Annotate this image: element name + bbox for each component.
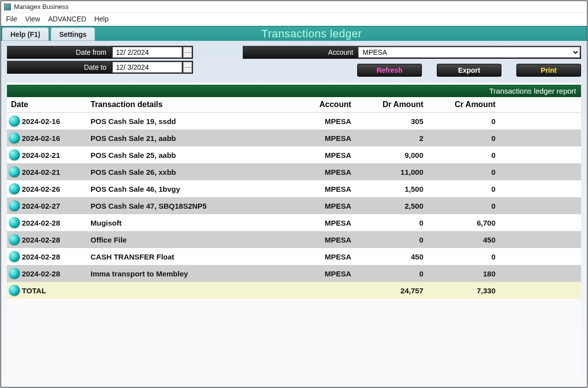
table-row[interactable]: 2024-02-28Office FileMPESA0450 xyxy=(7,231,581,248)
menu-help[interactable]: Help xyxy=(94,15,108,23)
content: Date from ▲▼ Date to ▲▼ Account MPESA xyxy=(1,41,587,387)
titlebar: Managex Business xyxy=(1,1,587,13)
menu-view[interactable]: View xyxy=(25,15,40,23)
row-dr: 11,000 xyxy=(355,163,427,180)
page-title: Transactions ledger xyxy=(96,26,587,41)
row-account: MPESA xyxy=(266,214,355,231)
row-details: POS Cash Sale 25, aabb xyxy=(87,146,266,163)
row-orb-icon xyxy=(9,268,20,279)
row-orb-icon xyxy=(9,217,20,228)
col-details[interactable]: Transaction details xyxy=(87,97,266,113)
menu-advanced[interactable]: ADVANCED xyxy=(48,15,87,23)
help-button[interactable]: Help (F1) xyxy=(2,27,49,41)
table-row[interactable]: 2024-02-28CASH TRANSFER FloatMPESA4500 xyxy=(7,248,581,265)
window: Managex Business File View ADVANCED Help… xyxy=(0,0,588,388)
row-account: MPESA xyxy=(266,129,355,146)
table-row[interactable]: 2024-02-16POS Cash Sale 19, ssddMPESA305… xyxy=(7,113,581,130)
refresh-button[interactable]: Refresh xyxy=(357,64,422,77)
table-row[interactable]: 2024-02-21POS Cash Sale 26, xxbbMPESA11,… xyxy=(7,163,581,180)
row-account: MPESA xyxy=(266,113,355,130)
date-from-input[interactable] xyxy=(112,47,182,58)
row-cr: 0 xyxy=(427,248,499,265)
row-account: MPESA xyxy=(266,248,355,265)
settings-button[interactable]: Settings xyxy=(51,27,95,41)
row-dr: 2,500 xyxy=(355,197,427,214)
row-account: MPESA xyxy=(266,231,355,248)
account-label: Account xyxy=(243,48,357,56)
row-date: 2024-02-16 xyxy=(22,117,60,126)
app-icon xyxy=(4,3,11,10)
date-to-input[interactable] xyxy=(112,62,182,73)
row-date: 2024-02-26 xyxy=(22,185,60,193)
row-orb-icon xyxy=(9,285,20,296)
row-orb-icon xyxy=(9,200,20,211)
total-row: TOTAL24,7577,330 xyxy=(7,282,581,299)
print-button[interactable]: Print xyxy=(516,64,581,77)
row-orb-icon xyxy=(9,166,20,177)
row-dr: 0 xyxy=(355,265,427,282)
row-date: 2024-02-28 xyxy=(22,269,60,278)
row-cr: 0 xyxy=(427,180,499,197)
row-date: 2024-02-27 xyxy=(22,202,60,210)
report-title: Transactions ledger report xyxy=(7,85,581,97)
date-from-spinner[interactable]: ▲▼ xyxy=(183,47,192,58)
col-date[interactable]: Date xyxy=(7,97,87,113)
row-orb-icon xyxy=(9,149,20,160)
table-row[interactable]: 2024-02-28MugisoftMPESA06,700 xyxy=(7,214,581,231)
ledger-table: Date Transaction details Account Dr Amou… xyxy=(7,97,581,299)
row-dr: 0 xyxy=(355,214,427,231)
window-title: Managex Business xyxy=(14,3,69,10)
row-dr: 2 xyxy=(355,129,427,146)
row-account: MPESA xyxy=(266,265,355,282)
row-cr: 0 xyxy=(427,163,499,180)
row-details: POS Cash Sale 26, xxbb xyxy=(87,163,266,180)
filter-row: Date from ▲▼ Date to ▲▼ Account MPESA xyxy=(7,46,581,77)
table-row[interactable]: 2024-02-16POS Cash Sale 21, aabbMPESA20 xyxy=(7,129,581,146)
row-date: 2024-02-16 xyxy=(22,134,60,142)
row-dr: 305 xyxy=(355,113,427,130)
account-select[interactable]: MPESA xyxy=(358,47,580,58)
table-row[interactable]: 2024-02-27POS Cash Sale 47, SBQ18S2NP5MP… xyxy=(7,197,581,214)
row-cr: 450 xyxy=(427,231,499,248)
row-details: Mugisoft xyxy=(87,214,266,231)
account-field: Account MPESA xyxy=(243,46,581,59)
date-to-spinner[interactable]: ▲▼ xyxy=(183,62,192,73)
row-cr: 0 xyxy=(427,129,499,146)
row-dr: 1,500 xyxy=(355,180,427,197)
row-details: POS Cash Sale 47, SBQ18S2NP5 xyxy=(87,197,266,214)
row-cr: 0 xyxy=(427,146,499,163)
row-date: 2024-02-28 xyxy=(22,219,60,227)
table-row[interactable]: 2024-02-26POS Cash Sale 46, 1bvgyMPESA1,… xyxy=(7,180,581,197)
row-details: Office File xyxy=(87,231,266,248)
row-orb-icon xyxy=(9,116,20,127)
row-account: MPESA xyxy=(266,197,355,214)
row-orb-icon xyxy=(9,234,20,245)
export-button[interactable]: Export xyxy=(437,64,501,77)
row-orb-icon xyxy=(9,251,20,262)
row-account: MPESA xyxy=(266,163,355,180)
col-account[interactable]: Account xyxy=(266,97,355,113)
total-dr: 24,757 xyxy=(355,282,427,299)
row-orb-icon xyxy=(9,132,20,143)
row-dr: 9,000 xyxy=(355,146,427,163)
row-orb-icon xyxy=(9,183,20,194)
total-cr: 7,330 xyxy=(427,282,499,299)
row-details: POS Cash Sale 46, 1bvgy xyxy=(87,180,266,197)
row-cr: 180 xyxy=(427,265,499,282)
row-date: 2024-02-21 xyxy=(22,168,60,176)
date-to-label: Date to xyxy=(7,61,111,74)
menu-file[interactable]: File xyxy=(6,15,17,23)
table-row[interactable]: 2024-02-28Imma transport to MembleyMPESA… xyxy=(7,265,581,282)
menubar: File View ADVANCED Help xyxy=(1,13,587,26)
row-date: 2024-02-21 xyxy=(22,151,60,159)
row-details: CASH TRANSFER Float xyxy=(87,248,266,265)
row-details: Imma transport to Membley xyxy=(87,265,266,282)
col-dr[interactable]: Dr Amount xyxy=(355,97,427,113)
col-cr[interactable]: Cr Amount xyxy=(427,97,499,113)
row-account: MPESA xyxy=(266,146,355,163)
row-details: POS Cash Sale 19, ssdd xyxy=(87,113,266,130)
row-cr: 0 xyxy=(427,113,499,130)
grid[interactable]: Date Transaction details Account Dr Amou… xyxy=(7,97,581,382)
table-row[interactable]: 2024-02-21POS Cash Sale 25, aabbMPESA9,0… xyxy=(7,146,581,163)
row-account: MPESA xyxy=(266,180,355,197)
